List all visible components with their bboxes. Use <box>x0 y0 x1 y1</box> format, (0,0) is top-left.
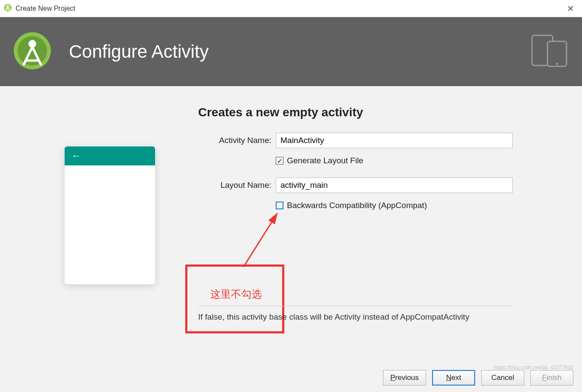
window-title: Create New Project <box>16 5 75 12</box>
backwards-compat-checkbox[interactable] <box>276 202 283 209</box>
button-bar: Previous Next Cancel Finish <box>383 370 573 386</box>
android-studio-icon <box>3 3 12 14</box>
layout-name-row: Layout Name: <box>198 177 513 193</box>
layout-name-label: Layout Name: <box>198 180 271 190</box>
activity-name-input[interactable] <box>276 133 513 148</box>
activity-name-label: Activity Name: <box>198 136 271 145</box>
section-heading: Creates a new empty activity <box>198 106 363 119</box>
generate-layout-checkbox[interactable] <box>276 157 283 165</box>
generate-layout-row[interactable]: Generate Layout File <box>276 156 363 165</box>
help-text: If false, this activity base class will … <box>198 312 469 322</box>
next-button[interactable]: Next <box>432 370 475 386</box>
svg-point-7 <box>556 63 558 65</box>
layout-name-input[interactable] <box>276 177 513 193</box>
activity-preview: ← <box>65 146 155 284</box>
titlebar: Create New Project ✕ <box>0 0 582 17</box>
devices-icon <box>530 34 569 70</box>
android-studio-logo-icon <box>13 31 52 72</box>
annotation-arrow-icon <box>239 210 286 271</box>
svg-line-8 <box>243 214 277 267</box>
backwards-compat-label: Backwards Compatibility (AppCompat) <box>287 201 427 210</box>
previous-button[interactable]: Previous <box>383 370 426 386</box>
svg-point-1 <box>7 5 9 7</box>
close-icon[interactable]: ✕ <box>563 2 579 16</box>
finish-button: Finish <box>530 370 573 386</box>
divider <box>198 306 513 306</box>
backwards-compat-row[interactable]: Backwards Compatibility (AppCompat) <box>276 201 427 210</box>
banner: Configure Activity <box>0 17 582 86</box>
generate-layout-label: Generate Layout File <box>287 156 363 165</box>
activity-name-row: Activity Name: <box>198 133 513 148</box>
cancel-button[interactable]: Cancel <box>481 370 524 386</box>
svg-rect-6 <box>548 41 566 66</box>
body: Creates a new empty activity ← Activity … <box>0 86 582 392</box>
watermark: https://blog.csdn.net/qq_43377930 <box>494 364 573 370</box>
back-arrow-icon: ← <box>72 150 81 162</box>
annotation-text: 这里不勾选 <box>210 287 262 301</box>
page-title: Configure Activity <box>69 41 209 62</box>
